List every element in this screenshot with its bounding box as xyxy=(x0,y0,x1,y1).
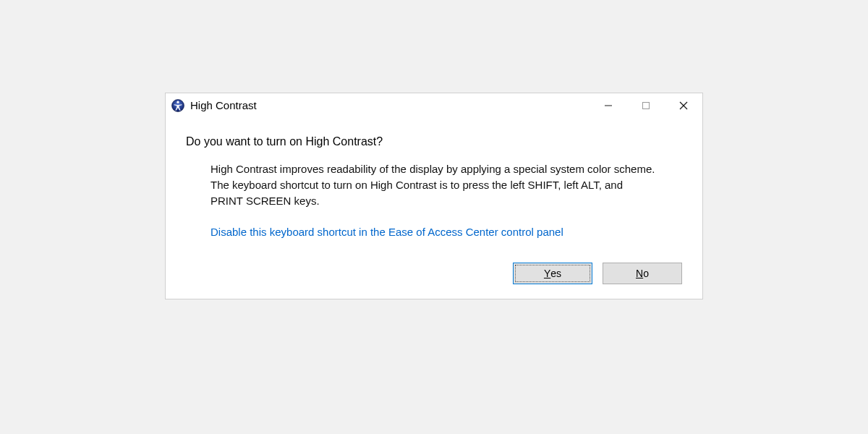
yes-post: es xyxy=(550,268,561,279)
yes-button[interactable]: Yes xyxy=(513,263,592,284)
no-accel: N xyxy=(636,268,643,279)
window-title: High Contrast xyxy=(190,93,257,118)
body-text: High Contrast improves readability of th… xyxy=(210,161,658,208)
no-post: o xyxy=(643,268,649,279)
main-instruction: Do you want to turn on High Contrast? xyxy=(186,135,682,148)
titlebar: High Contrast xyxy=(166,93,702,118)
maximize-button[interactable] xyxy=(627,93,665,118)
minimize-button[interactable] xyxy=(590,93,627,118)
accessibility-icon xyxy=(171,99,184,112)
svg-rect-3 xyxy=(643,103,650,109)
no-button[interactable]: No xyxy=(603,263,682,284)
high-contrast-dialog: High Contrast Do you want to turn on Hig… xyxy=(165,93,703,299)
dialog-content: Do you want to turn on High Contrast? Hi… xyxy=(166,118,702,238)
yes-accel: Y xyxy=(544,268,550,279)
svg-point-1 xyxy=(176,101,179,103)
button-row: Yes No xyxy=(166,238,702,299)
window-controls xyxy=(590,93,702,118)
disable-shortcut-link[interactable]: Disable this keyboard shortcut in the Ea… xyxy=(210,226,658,238)
close-button[interactable] xyxy=(665,93,702,118)
